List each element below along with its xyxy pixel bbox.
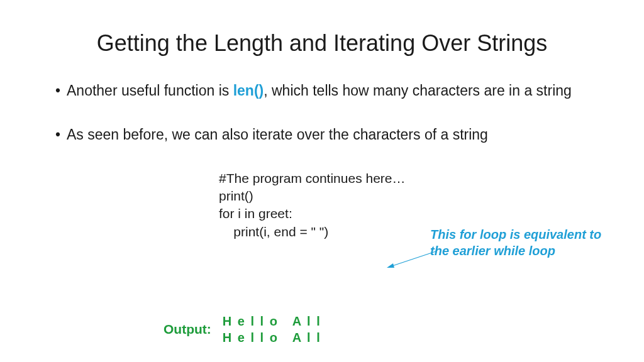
svg-line-0 bbox=[391, 251, 436, 266]
bullet-2: • As seen before, we can also iterate ov… bbox=[55, 126, 589, 145]
bullet-2-pre: As seen before, we can also iterate over… bbox=[67, 126, 488, 143]
output-line-2: H e l l o A l l bbox=[223, 329, 321, 346]
len-keyword: len() bbox=[233, 82, 264, 99]
bullet-dot: • bbox=[55, 82, 67, 101]
loop-annotation: This for loop is equivalent to the earli… bbox=[430, 226, 606, 259]
content-area: • Another useful function is len(), whic… bbox=[0, 57, 644, 241]
output-line-1: H e l l o A l l bbox=[223, 313, 321, 329]
bullet-2-text: As seen before, we can also iterate over… bbox=[67, 126, 589, 145]
bullet-1-text: Another useful function is len(), which … bbox=[67, 82, 589, 101]
code-line-1: #The program continues here… bbox=[219, 170, 589, 187]
bullet-1: • Another useful function is len(), whic… bbox=[55, 82, 589, 101]
bullet-dot: • bbox=[55, 126, 67, 145]
svg-marker-1 bbox=[387, 263, 394, 268]
output-label: Output: bbox=[164, 322, 211, 337]
slide-title: Getting the Length and Iterating Over St… bbox=[0, 0, 644, 57]
bullet-1-post: , which tells how many characters are in… bbox=[264, 82, 572, 99]
bullet-1-pre: Another useful function is bbox=[67, 82, 233, 99]
code-line-2: print() bbox=[219, 187, 589, 205]
arrow-icon bbox=[387, 250, 437, 269]
code-line-4: for i in greet: bbox=[219, 205, 589, 222]
output-section: Output: H e l l o A l l H e l l o A l l bbox=[164, 313, 321, 346]
output-values: H e l l o A l l H e l l o A l l bbox=[223, 313, 321, 346]
